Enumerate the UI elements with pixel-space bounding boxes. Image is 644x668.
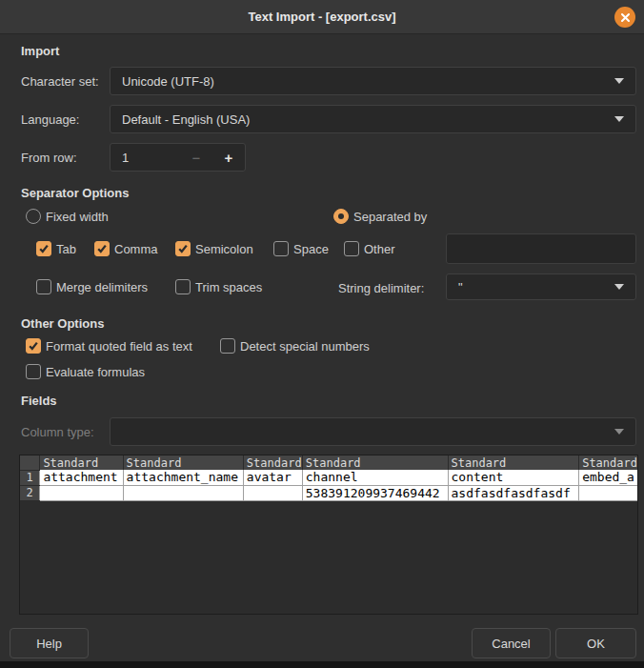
fixed-width-label: Fixed width [46,210,109,224]
format-quoted-label: Format quoted field as text [46,339,192,354]
checkbox-unchecked-icon [26,364,41,379]
cancel-button[interactable]: Cancel [472,628,551,658]
close-button[interactable] [614,7,635,28]
language-value: Default - English (USA) [122,112,250,127]
string-delimiter-value: " [458,280,463,294]
column-header[interactable]: Standard [448,455,579,470]
checkbox-unchecked-icon [175,279,191,294]
checkbox-checked-icon [94,241,110,256]
trim-spaces-checkbox[interactable]: Trim spaces [175,279,262,294]
increment-button[interactable]: + [212,150,245,166]
semicolon-label: Semicolon [195,242,253,256]
close-icon [620,12,631,23]
detect-special-label: Detect special numbers [240,339,370,354]
radio-selected-icon [333,209,349,224]
separator-section-title: Separator Options [21,186,129,200]
cell[interactable]: asdfasdfasdfasdf [448,485,579,500]
chevron-down-icon [614,116,624,122]
fields-section-title: Fields [21,394,57,408]
string-delimiter-label: String delimiter: [338,281,424,295]
radio-unselected-icon [26,209,41,224]
text-import-dialog: Text Import - [export.csv] Import Charac… [0,0,644,668]
table-row: 1 attachment attachment_name avatar chan… [20,470,637,485]
dialog-bottom-edge [0,661,644,668]
string-delimiter-dropdown[interactable]: " [446,273,636,300]
tab-checkbox[interactable]: Tab [36,241,76,256]
cell[interactable]: channel [302,470,448,485]
window-title: Text Import - [export.csv] [248,10,395,24]
other-label: Other [364,242,395,256]
other-delimiter-input[interactable] [446,233,636,264]
column-header[interactable]: Standard [302,455,448,470]
merge-delimiters-label: Merge delimiters [56,280,148,294]
column-header[interactable]: Standard [579,455,637,470]
from-row-label: From row: [21,151,77,165]
table-row: 2 538391209937469442 asdfasdfasdfasdf [20,485,637,500]
checkbox-checked-icon [26,338,41,354]
semicolon-checkbox[interactable]: Semicolon [175,241,253,256]
trim-spaces-label: Trim spaces [195,280,262,294]
other-checkbox[interactable]: Other [344,241,395,256]
titlebar: Text Import - [export.csv] [0,0,644,34]
separated-by-label: Separated by [353,210,427,224]
cell[interactable] [243,485,302,500]
checkbox-checked-icon [175,241,191,256]
column-type-label: Column type: [21,425,94,439]
from-row-stepper[interactable]: 1 − + [110,143,246,172]
cell[interactable]: 538391209937469442 [302,485,448,500]
checkbox-unchecked-icon [273,241,289,256]
column-header[interactable]: Standard [123,455,243,470]
language-label: Language: [21,112,79,127]
comma-checkbox[interactable]: Comma [94,241,158,256]
column-type-dropdown[interactable] [110,417,636,446]
evaluate-formulas-checkbox[interactable]: Evaluate formulas [26,364,145,379]
column-header[interactable]: Standard [243,455,302,470]
checkbox-checked-icon [36,241,51,256]
import-section-title: Import [21,44,59,58]
character-set-value: Unicode (UTF-8) [122,74,214,89]
decrement-button[interactable]: − [180,150,212,166]
cell[interactable]: attachment [40,470,123,485]
table-header-row: Standard Standard Standard Standard Stan… [20,455,637,470]
checkbox-unchecked-icon [36,279,51,294]
tab-label: Tab [56,242,76,256]
from-row-value: 1 [111,151,180,165]
separated-by-radio[interactable]: Separated by [333,209,427,224]
cell[interactable]: embed_a [579,470,637,485]
cell[interactable] [579,485,637,500]
chevron-down-icon [614,284,624,290]
cell[interactable]: content [448,470,579,485]
comma-label: Comma [114,242,158,256]
ok-button[interactable]: OK [555,628,636,658]
fixed-width-radio[interactable]: Fixed width [26,209,109,224]
corner-cell [20,455,40,470]
help-button[interactable]: Help [10,628,89,658]
cell[interactable] [40,485,123,500]
checkbox-unchecked-icon [344,241,359,256]
language-dropdown[interactable]: Default - English (USA) [110,105,636,133]
format-quoted-checkbox[interactable]: Format quoted field as text [26,338,192,354]
row-number: 2 [20,485,40,500]
cell[interactable]: avatar [243,470,302,485]
preview-table[interactable]: Standard Standard Standard Standard Stan… [19,455,638,615]
checkbox-unchecked-icon [220,338,235,354]
chevron-down-icon [614,429,624,435]
cell[interactable] [123,485,243,500]
row-number: 1 [20,470,40,485]
other-options-section-title: Other Options [21,316,104,331]
merge-delimiters-checkbox[interactable]: Merge delimiters [36,279,148,294]
evaluate-formulas-label: Evaluate formulas [46,365,145,379]
cell[interactable]: attachment_name [123,470,243,485]
detect-special-checkbox[interactable]: Detect special numbers [220,338,370,354]
column-header[interactable]: Standard [40,455,123,470]
character-set-label: Character set: [21,74,99,89]
character-set-dropdown[interactable]: Unicode (UTF-8) [110,67,636,95]
space-checkbox[interactable]: Space [273,241,329,256]
space-label: Space [293,242,329,256]
chevron-down-icon [614,78,624,84]
